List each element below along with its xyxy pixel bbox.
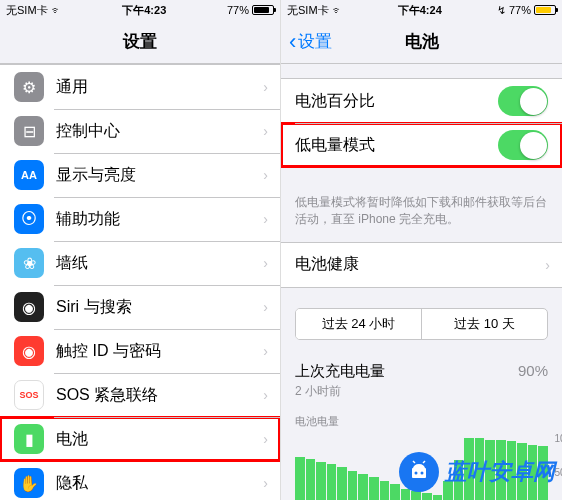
chevron-right-icon: › [251,167,280,183]
privacy-icon: ✋ [14,468,44,498]
low-power-note: 低电量模式将暂时降低如下载和邮件获取等后台活动，直至 iPhone 完全充电。 [281,188,562,242]
navbar: 设置 [0,20,280,64]
status-time: 下午4:23 [122,3,166,18]
sos-icon: SOS [14,380,44,410]
svg-point-1 [421,472,424,475]
segment-10d[interactable]: 过去 10 天 [421,309,547,339]
chevron-right-icon: › [251,387,280,403]
siri-icon: ◉ [14,292,44,322]
chart-bar [348,471,358,500]
row-siri[interactable]: ◉ Siri 与搜索 › [0,285,280,329]
chevron-right-icon: › [251,123,280,139]
row-general[interactable]: ⚙ 通用 › [0,65,280,109]
svg-line-3 [423,461,425,463]
row-battery-percentage: 电池百分比 [281,79,562,123]
chart-bar [295,457,305,500]
row-wallpaper[interactable]: ❀ 墙纸 › [0,241,280,285]
watermark-text: 蓝叶安卓网 [445,457,555,487]
chart-bar [306,459,316,500]
svg-point-0 [415,472,418,475]
row-battery[interactable]: ▮ 电池 › [0,417,280,461]
chevron-right-icon: › [533,257,562,273]
battery-percent: 77% [227,4,249,16]
chevron-right-icon: › [251,211,280,227]
display-icon: AA [14,160,44,190]
row-touchid[interactable]: ◉ 触控 ID 与密码 › [0,329,280,373]
battery-settings-icon: ▮ [14,424,44,454]
chevron-left-icon: ‹ [289,29,296,55]
row-sos[interactable]: SOS SOS 紧急联络 › [0,373,280,417]
back-button[interactable]: ‹ 设置 [289,29,332,55]
chevron-right-icon: › [251,431,280,447]
segment-24h[interactable]: 过去 24 小时 [296,309,421,339]
chart-bar [369,477,379,500]
status-bar: 无SIM卡 ᯤ 下午4:23 77% [0,0,280,20]
row-low-power-mode: 低电量模式 [281,123,562,167]
chevron-right-icon: › [251,299,280,315]
chart-bar [411,491,421,500]
fingerprint-icon: ◉ [14,336,44,366]
chart-bar [358,474,368,500]
chart-bar [380,481,390,500]
gear-icon: ⚙ [14,72,44,102]
watermark-icon [399,452,439,492]
watermark: 蓝叶安卓网 [399,452,555,492]
chevron-right-icon: › [251,343,280,359]
chart-bar [433,495,443,500]
chart-ylabels: 100% 50% [554,433,562,500]
wallpaper-icon: ❀ [14,248,44,278]
row-privacy[interactable]: ✋ 隐私 › [0,461,280,500]
chart-level-label: 电池电量 [281,410,562,433]
battery-percent: 77% [509,4,531,16]
last-charge-title: 上次充电电量 [295,362,385,381]
status-time: 下午4:24 [398,3,442,18]
wifi-icon: ᯤ [51,4,62,16]
navbar: ‹ 设置 电池 [281,20,562,64]
svg-line-2 [413,461,415,463]
page-title: 电池 [405,30,439,53]
battery-screen: 无SIM卡 ᯤ 下午4:24 ↯ 77% ‹ 设置 电池 电池百分比 [281,0,562,500]
status-bar: 无SIM卡 ᯤ 下午4:24 ↯ 77% [281,0,562,20]
time-range-segmented: 过去 24 小时 过去 10 天 [295,308,548,340]
control-center-icon: ⊟ [14,116,44,146]
chevron-right-icon: › [251,255,280,271]
row-accessibility[interactable]: ⦿ 辅助功能 › [0,197,280,241]
chart-bar [327,464,337,500]
chart-bar [337,467,347,500]
low-power-mode-switch[interactable] [498,130,548,160]
carrier-label: 无SIM卡 [287,3,329,18]
chevron-right-icon: › [251,475,280,491]
last-charge-pct: 90% [518,362,548,381]
battery-icon [252,5,274,15]
chart-bar [422,493,432,500]
chart-bar [316,462,326,500]
settings-screen: 无SIM卡 ᯤ 下午4:23 77% 设置 ⚙ 通用 › ⊟ 控制中心 [0,0,281,500]
chevron-right-icon: › [251,79,280,95]
wifi-icon: ᯤ [332,4,343,16]
row-control-center[interactable]: ⊟ 控制中心 › [0,109,280,153]
row-display[interactable]: AA 显示与亮度 › [0,153,280,197]
page-title: 设置 [123,30,157,53]
last-charge-time: 2 小时前 [281,383,562,410]
accessibility-icon: ⦿ [14,204,44,234]
battery-icon [534,5,556,15]
row-battery-health[interactable]: 电池健康 › [281,243,562,287]
carrier-label: 无SIM卡 [6,3,48,18]
battery-percentage-switch[interactable] [498,86,548,116]
charging-icon: ↯ [497,4,506,17]
